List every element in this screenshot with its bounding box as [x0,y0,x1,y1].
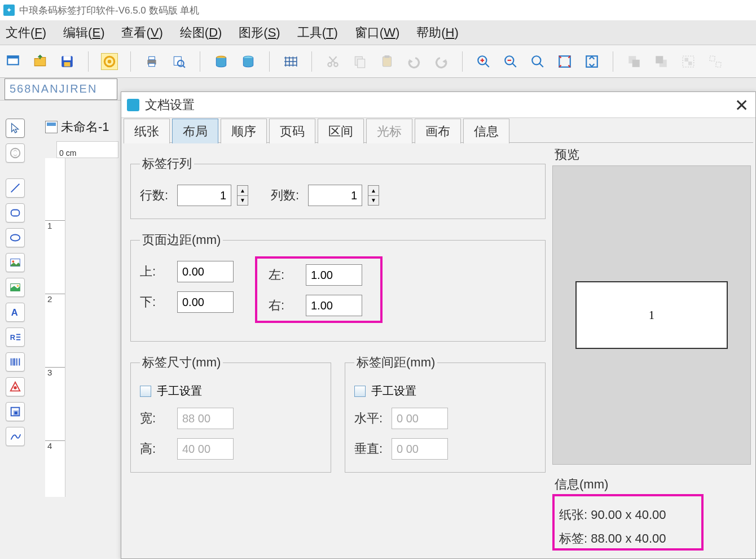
label-gap-vert: 垂直: [354,440,386,457]
label-margin-bottom: 下: [140,294,172,311]
tool-curve[interactable] [6,427,25,446]
close-icon[interactable]: ✕ [735,95,749,115]
new-doc-icon[interactable] [5,53,21,70]
svg-point-50 [11,149,20,158]
group-label-gap: 标签间距(mm) 手工设置 水平: 垂直: [345,354,546,473]
tool-text[interactable]: A [6,303,25,322]
zoom-in-icon[interactable] [475,53,492,70]
svg-point-55 [12,260,15,263]
input-margin-bottom[interactable] [177,291,234,313]
tab-info[interactable]: 信息 [463,119,509,143]
svg-rect-44 [656,56,663,63]
svg-rect-29 [385,55,390,58]
ruler-vertical: 1 2 3 4 [45,158,65,497]
info-label: 标签: 88.00 x 40.00 [559,527,744,551]
input-margin-right[interactable] [306,295,362,316]
chk-manual-size[interactable]: 手工设置 [140,383,202,399]
label-cols: 列数: [271,187,302,204]
info-paper: 纸张: 90.00 x 40.00 [559,503,744,527]
svg-rect-4 [64,62,71,67]
input-rows[interactable] [177,185,231,206]
svg-rect-8 [149,56,155,59]
grid-icon[interactable] [282,53,299,70]
menu-edit[interactable]: 编辑(E) [63,24,104,41]
toolbar [0,45,756,78]
svg-text:▣: ▣ [13,409,19,416]
dialog-titlebar[interactable]: 文档设置 ✕ [121,92,755,118]
tool-ellipse[interactable] [6,228,25,247]
print-icon[interactable] [143,53,160,70]
save-icon[interactable] [59,53,76,70]
tab-canvas[interactable]: 画布 [415,119,461,143]
label-margin-top: 上: [140,263,172,280]
tool-rounded-rect[interactable] [6,203,25,222]
fit-width-icon[interactable] [583,53,600,70]
menu-shape[interactable]: 图形(S) [239,24,280,41]
paste-icon[interactable] [379,53,395,70]
settings-gear-icon[interactable] [101,53,118,70]
svg-point-68 [14,386,17,390]
svg-rect-49 [716,62,721,67]
menu-tools[interactable]: 工具(T) [297,24,338,41]
tool-shape[interactable] [6,377,25,396]
fit-screen-icon[interactable] [556,53,573,70]
tool-image2[interactable] [6,278,25,297]
tool-image[interactable] [6,253,25,272]
info-lines: 纸张: 90.00 x 40.00 标签: 88.00 x 40.00 [552,497,751,556]
database-icon[interactable] [213,53,230,70]
cut-icon[interactable] [324,53,341,70]
tab-cursor[interactable]: 光标 [366,119,412,143]
spinner-rows[interactable]: ▲▼ [237,185,248,206]
menu-draw[interactable]: 绘图(D) [180,24,222,41]
input-width [177,408,234,429]
send-back-icon[interactable] [653,53,670,70]
tab-layout[interactable]: 布局 [172,119,218,143]
spinner-cols[interactable]: ▲▼ [368,185,379,206]
tab-range[interactable]: 区间 [318,119,364,143]
menu-file[interactable]: 文件(F) [6,24,46,41]
menu-help[interactable]: 帮助(H) [416,24,459,41]
input-gap-vert [392,438,448,460]
group-icon[interactable] [680,53,697,70]
group-label-size: 标签尺寸(mm) 手工设置 宽: 高: [130,354,331,473]
print-preview-icon[interactable] [170,53,187,70]
tab-order[interactable]: 顺序 [221,119,267,143]
svg-rect-42 [632,59,640,67]
tool-richtext[interactable]: R [6,327,25,347]
tool-barcode[interactable] [6,352,25,372]
tool-pointer[interactable] [6,119,25,138]
zoom-out-icon[interactable] [502,53,519,70]
input-cols[interactable] [308,185,362,206]
label-gap-horiz: 水平: [354,410,386,427]
tool-pan[interactable] [6,143,25,163]
ungroup-icon[interactable] [707,53,724,70]
svg-point-57 [17,285,19,287]
menu-window[interactable]: 窗口(W) [355,24,399,41]
tab-paper[interactable]: 纸张 [124,119,170,143]
app-icon: ✦ [3,5,15,16]
svg-rect-48 [710,56,715,61]
undo-icon[interactable] [406,53,423,70]
ref-input[interactable] [5,78,117,100]
redo-icon[interactable] [433,53,450,70]
legend-margins: 页面边距(mm) [140,232,223,248]
open-icon[interactable] [32,53,49,70]
copy-icon[interactable] [351,53,368,70]
tab-page[interactable]: 页码 [269,119,315,143]
dialog-tabs: 纸张 布局 顺序 页码 区间 光标 画布 信息 [124,118,753,143]
tool-component[interactable]: ▣ [6,402,25,421]
zoom-icon[interactable] [529,53,546,70]
database2-icon[interactable] [240,53,257,70]
document-tab[interactable]: 未命名-1 [45,119,109,136]
chk-manual-gap[interactable]: 手工设置 [354,383,416,399]
menu-view[interactable]: 查看(V) [121,24,162,41]
title-text: 中琅条码标签打印软件-V6.5.0 数码版 单机 [19,4,199,17]
label-width: 宽: [140,410,172,427]
input-margin-top[interactable] [177,261,234,282]
svg-rect-40 [586,56,597,67]
legend-preview: 预览 [555,146,751,163]
bring-front-icon[interactable] [626,53,643,70]
input-margin-left[interactable] [306,264,362,286]
label-rows: 行数: [140,187,172,204]
tool-line[interactable] [6,178,25,198]
